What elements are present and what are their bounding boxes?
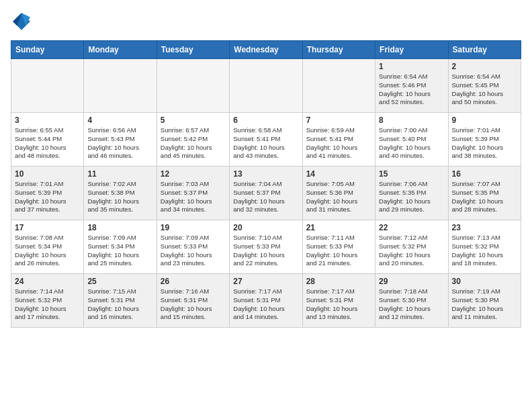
day-number: 1 (379, 62, 444, 71)
calendar-cell (84, 59, 157, 113)
day-number: 13 (233, 169, 298, 179)
logo-icon (11, 11, 32, 32)
calendar-cell: 9Sunrise: 7:01 AM Sunset: 5:39 PM Daylig… (448, 113, 521, 167)
day-number: 4 (87, 116, 152, 125)
calendar-cell: 15Sunrise: 7:06 AM Sunset: 5:35 PM Dayli… (375, 167, 448, 220)
calendar-cell: 5Sunrise: 6:57 AM Sunset: 5:42 PM Daylig… (157, 113, 229, 167)
calendar-cell: 21Sunrise: 7:11 AM Sunset: 5:33 PM Dayli… (302, 220, 375, 274)
day-number: 11 (87, 169, 152, 179)
day-number: 6 (233, 116, 298, 125)
day-number: 3 (15, 116, 80, 125)
day-info: Sunrise: 7:04 AM Sunset: 5:37 PM Dayligh… (233, 180, 298, 214)
day-info: Sunrise: 7:17 AM Sunset: 5:31 PM Dayligh… (233, 287, 298, 322)
calendar-cell: 4Sunrise: 6:56 AM Sunset: 5:43 PM Daylig… (84, 113, 157, 167)
logo (11, 11, 35, 32)
calendar-week-row: 24Sunrise: 7:14 AM Sunset: 5:32 PM Dayli… (11, 274, 521, 328)
day-number: 5 (161, 116, 226, 125)
day-info: Sunrise: 7:12 AM Sunset: 5:32 PM Dayligh… (379, 234, 444, 268)
day-number: 22 (379, 223, 444, 232)
day-number: 12 (161, 169, 226, 179)
calendar-cell (230, 59, 302, 113)
weekday-header-cell: Saturday (448, 41, 521, 59)
day-number: 26 (161, 277, 226, 286)
calendar-cell: 3Sunrise: 6:55 AM Sunset: 5:44 PM Daylig… (11, 113, 84, 167)
calendar-cell: 17Sunrise: 7:08 AM Sunset: 5:34 PM Dayli… (11, 220, 84, 274)
calendar-cell: 10Sunrise: 7:01 AM Sunset: 5:39 PM Dayli… (11, 167, 84, 220)
calendar-week-row: 17Sunrise: 7:08 AM Sunset: 5:34 PM Dayli… (11, 220, 521, 274)
day-info: Sunrise: 7:05 AM Sunset: 5:36 PM Dayligh… (306, 180, 371, 214)
day-number: 25 (87, 277, 152, 286)
calendar-cell: 29Sunrise: 7:18 AM Sunset: 5:30 PM Dayli… (375, 274, 448, 328)
calendar-cell: 23Sunrise: 7:13 AM Sunset: 5:32 PM Dayli… (448, 220, 521, 274)
day-number: 27 (233, 277, 298, 286)
calendar-cell: 1Sunrise: 6:54 AM Sunset: 5:46 PM Daylig… (375, 59, 448, 113)
calendar-table: SundayMondayTuesdayWednesdayThursdayFrid… (11, 40, 521, 328)
calendar-cell: 30Sunrise: 7:19 AM Sunset: 5:30 PM Dayli… (448, 274, 521, 328)
day-number: 2 (452, 62, 517, 71)
day-info: Sunrise: 7:17 AM Sunset: 5:31 PM Dayligh… (306, 287, 371, 322)
day-info: Sunrise: 7:14 AM Sunset: 5:32 PM Dayligh… (15, 287, 80, 322)
day-info: Sunrise: 6:54 AM Sunset: 5:46 PM Dayligh… (379, 73, 444, 107)
calendar-cell (302, 59, 375, 113)
day-info: Sunrise: 7:18 AM Sunset: 5:30 PM Dayligh… (379, 287, 444, 322)
day-info: Sunrise: 7:09 AM Sunset: 5:33 PM Dayligh… (161, 234, 226, 268)
weekday-header-cell: Sunday (11, 41, 84, 59)
weekday-header-row: SundayMondayTuesdayWednesdayThursdayFrid… (11, 41, 521, 59)
calendar-cell: 26Sunrise: 7:16 AM Sunset: 5:31 PM Dayli… (157, 274, 229, 328)
calendar-cell: 19Sunrise: 7:09 AM Sunset: 5:33 PM Dayli… (157, 220, 229, 274)
day-number: 8 (379, 116, 444, 125)
calendar-cell: 25Sunrise: 7:15 AM Sunset: 5:31 PM Dayli… (84, 274, 157, 328)
calendar-cell: 12Sunrise: 7:03 AM Sunset: 5:37 PM Dayli… (157, 167, 229, 220)
day-info: Sunrise: 7:02 AM Sunset: 5:38 PM Dayligh… (87, 180, 152, 214)
day-info: Sunrise: 6:54 AM Sunset: 5:45 PM Dayligh… (452, 73, 517, 107)
day-number: 15 (379, 169, 444, 179)
day-number: 16 (452, 169, 517, 179)
day-info: Sunrise: 7:07 AM Sunset: 5:35 PM Dayligh… (452, 180, 517, 214)
day-info: Sunrise: 7:15 AM Sunset: 5:31 PM Dayligh… (87, 287, 152, 322)
calendar-cell: 24Sunrise: 7:14 AM Sunset: 5:32 PM Dayli… (11, 274, 84, 328)
day-number: 28 (306, 277, 371, 286)
day-number: 10 (15, 169, 80, 179)
weekday-header-cell: Friday (375, 41, 448, 59)
calendar-week-row: 10Sunrise: 7:01 AM Sunset: 5:39 PM Dayli… (11, 167, 521, 220)
weekday-header-cell: Thursday (302, 41, 375, 59)
day-number: 30 (452, 277, 517, 286)
calendar-cell: 27Sunrise: 7:17 AM Sunset: 5:31 PM Dayli… (230, 274, 302, 328)
day-number: 29 (379, 277, 444, 286)
day-info: Sunrise: 6:56 AM Sunset: 5:43 PM Dayligh… (87, 126, 152, 161)
calendar-cell: 2Sunrise: 6:54 AM Sunset: 5:45 PM Daylig… (448, 59, 521, 113)
day-info: Sunrise: 6:59 AM Sunset: 5:41 PM Dayligh… (306, 126, 371, 161)
day-number: 18 (87, 223, 152, 232)
calendar-cell: 8Sunrise: 7:00 AM Sunset: 5:40 PM Daylig… (375, 113, 448, 167)
day-info: Sunrise: 6:55 AM Sunset: 5:44 PM Dayligh… (15, 126, 80, 161)
calendar-cell: 22Sunrise: 7:12 AM Sunset: 5:32 PM Dayli… (375, 220, 448, 274)
calendar-cell: 6Sunrise: 6:58 AM Sunset: 5:41 PM Daylig… (230, 113, 302, 167)
calendar-cell: 14Sunrise: 7:05 AM Sunset: 5:36 PM Dayli… (302, 167, 375, 220)
calendar-week-row: 1Sunrise: 6:54 AM Sunset: 5:46 PM Daylig… (11, 59, 521, 113)
day-info: Sunrise: 7:03 AM Sunset: 5:37 PM Dayligh… (161, 180, 226, 214)
day-info: Sunrise: 7:11 AM Sunset: 5:33 PM Dayligh… (306, 234, 371, 268)
day-number: 23 (452, 223, 517, 232)
day-info: Sunrise: 7:16 AM Sunset: 5:31 PM Dayligh… (161, 287, 226, 322)
calendar-body: 1Sunrise: 6:54 AM Sunset: 5:46 PM Daylig… (11, 59, 521, 328)
day-number: 9 (452, 116, 517, 125)
calendar-cell: 13Sunrise: 7:04 AM Sunset: 5:37 PM Dayli… (230, 167, 302, 220)
day-info: Sunrise: 7:06 AM Sunset: 5:35 PM Dayligh… (379, 180, 444, 214)
day-info: Sunrise: 7:00 AM Sunset: 5:40 PM Dayligh… (379, 126, 444, 161)
calendar-cell (157, 59, 229, 113)
calendar-cell: 16Sunrise: 7:07 AM Sunset: 5:35 PM Dayli… (448, 167, 521, 220)
calendar-cell: 20Sunrise: 7:10 AM Sunset: 5:33 PM Dayli… (230, 220, 302, 274)
day-number: 19 (161, 223, 226, 232)
weekday-header-cell: Wednesday (230, 41, 302, 59)
day-number: 20 (233, 223, 298, 232)
day-info: Sunrise: 7:10 AM Sunset: 5:33 PM Dayligh… (233, 234, 298, 268)
day-number: 24 (15, 277, 80, 286)
day-info: Sunrise: 7:08 AM Sunset: 5:34 PM Dayligh… (15, 234, 80, 268)
day-number: 17 (15, 223, 80, 232)
weekday-header-cell: Tuesday (157, 41, 229, 59)
day-info: Sunrise: 6:58 AM Sunset: 5:41 PM Dayligh… (233, 126, 298, 161)
calendar-cell: 18Sunrise: 7:09 AM Sunset: 5:34 PM Dayli… (84, 220, 157, 274)
day-info: Sunrise: 7:01 AM Sunset: 5:39 PM Dayligh… (15, 180, 80, 214)
day-number: 7 (306, 116, 371, 125)
calendar-cell: 28Sunrise: 7:17 AM Sunset: 5:31 PM Dayli… (302, 274, 375, 328)
